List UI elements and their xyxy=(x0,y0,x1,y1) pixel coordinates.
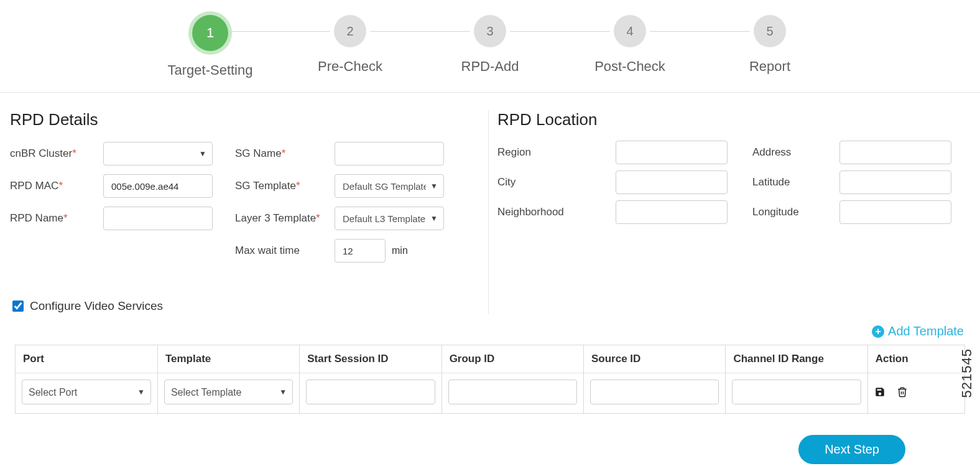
channel-range-input[interactable] xyxy=(732,380,861,404)
th-channel-range: Channel ID Range xyxy=(726,345,867,373)
step-label: Report xyxy=(749,58,790,75)
rpd-location-title: RPD Location xyxy=(497,110,970,129)
side-code-label: 521545 xyxy=(959,348,975,398)
region-label: Region xyxy=(497,146,591,159)
latitude-input[interactable] xyxy=(839,170,951,194)
add-template-button[interactable]: + Add Template xyxy=(872,324,964,338)
th-port: Port xyxy=(16,345,157,373)
l3-template-select[interactable]: Default L3 Template xyxy=(335,207,444,230)
group-id-input[interactable] xyxy=(448,380,577,404)
save-icon[interactable] xyxy=(874,386,885,398)
start-session-input[interactable] xyxy=(306,380,435,404)
cnbr-cluster-select[interactable] xyxy=(103,142,213,165)
step-target-setting[interactable]: 1 Target-Setting xyxy=(141,15,280,78)
rpd-name-label: RPD Name* xyxy=(10,212,103,225)
max-wait-unit: min xyxy=(392,245,408,256)
region-input[interactable] xyxy=(616,141,728,164)
step-label: Post-Check xyxy=(594,58,665,75)
step-number: 2 xyxy=(334,15,366,47)
step-number: 3 xyxy=(474,15,506,47)
city-label: City xyxy=(497,176,591,189)
address-label: Address xyxy=(752,146,815,159)
latitude-label: Latitude xyxy=(752,176,815,189)
next-step-button[interactable]: Next Step xyxy=(798,435,905,464)
sg-name-input[interactable] xyxy=(335,142,444,165)
th-action: Action xyxy=(867,345,964,373)
th-template: Template xyxy=(157,345,299,373)
longitude-label: Longitude xyxy=(752,206,815,218)
configure-video-services-checkbox[interactable] xyxy=(12,301,24,312)
rpd-name-input[interactable] xyxy=(103,207,213,230)
plus-circle-icon: + xyxy=(872,325,884,338)
rpd-mac-input[interactable] xyxy=(103,174,213,198)
step-number: 5 xyxy=(754,15,786,47)
port-select[interactable]: Select Port xyxy=(22,380,151,404)
step-rpd-add[interactable]: 3 RPD-Add xyxy=(420,15,560,75)
th-start-session: Start Session ID xyxy=(300,345,441,373)
video-services-table: Port Template Start Session ID Group ID … xyxy=(15,345,965,414)
configure-video-services-label: Configure Video Services xyxy=(30,299,163,313)
max-wait-input[interactable] xyxy=(335,239,386,263)
configure-video-services-toggle[interactable]: Configure Video Services xyxy=(10,299,163,314)
rpd-details-title: RPD Details xyxy=(10,110,481,129)
step-label: Pre-Check xyxy=(318,58,382,75)
sg-template-label: SG Template* xyxy=(235,180,335,192)
step-number: 4 xyxy=(614,15,646,47)
step-report[interactable]: 5 Report xyxy=(700,15,840,75)
rpd-mac-label: RPD MAC* xyxy=(10,180,103,192)
step-number: 1 xyxy=(192,15,228,51)
th-group-id: Group ID xyxy=(441,345,583,373)
address-input[interactable] xyxy=(839,141,951,164)
table-row: Select Port▼ Select Template▼ xyxy=(16,373,964,414)
add-template-label: Add Template xyxy=(888,324,964,338)
sg-template-select[interactable]: Default SG Template xyxy=(335,174,444,198)
step-post-check[interactable]: 4 Post-Check xyxy=(560,15,700,75)
step-pre-check[interactable]: 2 Pre-Check xyxy=(280,15,420,75)
city-input[interactable] xyxy=(616,170,728,194)
sg-name-label: SG Name* xyxy=(235,147,335,160)
step-label: RPD-Add xyxy=(461,58,519,75)
cnbr-cluster-label: cnBR Cluster* xyxy=(10,147,103,160)
longitude-input[interactable] xyxy=(839,200,951,224)
step-label: Target-Setting xyxy=(168,62,253,78)
max-wait-label: Max wait time xyxy=(235,245,335,257)
template-select[interactable]: Select Template xyxy=(164,380,293,404)
neighborhood-input[interactable] xyxy=(616,200,728,224)
stepper: 1 Target-Setting 2 Pre-Check 3 RPD-Add 4… xyxy=(0,0,980,93)
neighborhood-label: Neighborhood xyxy=(497,206,591,218)
source-id-input[interactable] xyxy=(590,380,719,404)
l3-template-label: Layer 3 Template* xyxy=(235,212,335,225)
th-source-id: Source ID xyxy=(584,345,726,373)
delete-icon[interactable] xyxy=(897,386,908,398)
